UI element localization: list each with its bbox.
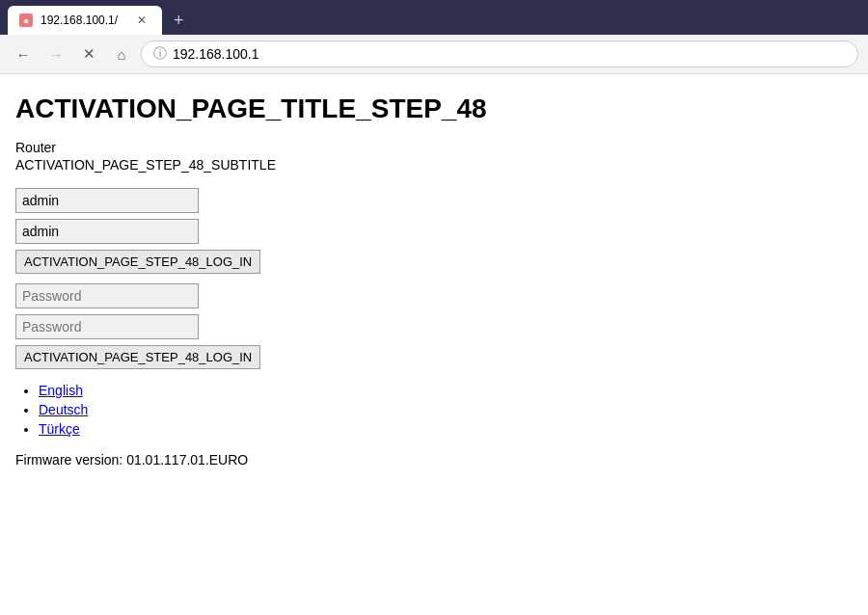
home-button[interactable]: ⌂	[108, 40, 135, 67]
tab-favicon: ●	[19, 13, 33, 27]
page-title: ACTIVATION_PAGE_TITLE_STEP_48	[15, 94, 853, 124]
browser-window: ● 192.168.100.1/ ✕ + ← → ✕ ⌂ ⓘ 192.168.1…	[0, 0, 868, 595]
back-button[interactable]: ←	[10, 40, 37, 67]
list-item: Türkçe	[39, 421, 853, 437]
list-item: Deutsch	[39, 402, 853, 417]
language-list: English Deutsch Türkçe	[39, 383, 853, 437]
address-info-icon: ⓘ	[153, 45, 167, 63]
language-english-link[interactable]: English	[39, 383, 83, 398]
tab-close-button[interactable]: ✕	[133, 12, 150, 29]
password-input-1[interactable]	[15, 283, 199, 308]
language-turkce-link[interactable]: Türkçe	[39, 421, 80, 437]
tab-bar: ● 192.168.100.1/ ✕ +	[0, 0, 868, 35]
firmware-version: Firmware version: 01.01.117.01.EURO	[15, 452, 853, 468]
login-btn-group-2: ACTIVATION_PAGE_STEP_48_LOG_IN	[15, 345, 853, 369]
username-input-1[interactable]	[15, 188, 199, 213]
router-label: Router	[15, 140, 853, 155]
page-content: ACTIVATION_PAGE_TITLE_STEP_48 Router ACT…	[0, 74, 868, 595]
username-input-2[interactable]	[15, 219, 199, 244]
login-button-1[interactable]: ACTIVATION_PAGE_STEP_48_LOG_IN	[15, 250, 260, 274]
active-tab[interactable]: ● 192.168.100.1/ ✕	[8, 6, 162, 35]
address-text: 192.168.100.1	[173, 46, 259, 62]
reload-button[interactable]: ✕	[75, 40, 102, 67]
subtitle-text: ACTIVATION_PAGE_STEP_48_SUBTITLE	[15, 157, 853, 173]
language-deutsch-link[interactable]: Deutsch	[39, 402, 88, 417]
list-item: English	[39, 383, 853, 398]
username-form-group	[15, 188, 853, 213]
password-form-group-2	[15, 314, 853, 339]
username-form-group-2	[15, 219, 853, 244]
password-form-group	[15, 283, 853, 308]
subtitle-section: Router ACTIVATION_PAGE_STEP_48_SUBTITLE	[15, 140, 853, 173]
new-tab-button[interactable]: +	[166, 8, 192, 33]
address-bar[interactable]: ⓘ 192.168.100.1	[141, 40, 858, 67]
tab-title: 192.168.100.1/	[41, 13, 125, 27]
nav-bar: ← → ✕ ⌂ ⓘ 192.168.100.1	[0, 35, 868, 74]
password-input-2[interactable]	[15, 314, 199, 339]
login-button-2[interactable]: ACTIVATION_PAGE_STEP_48_LOG_IN	[15, 345, 260, 369]
forward-button[interactable]: →	[42, 40, 69, 67]
login-btn-group-1: ACTIVATION_PAGE_STEP_48_LOG_IN	[15, 250, 853, 274]
